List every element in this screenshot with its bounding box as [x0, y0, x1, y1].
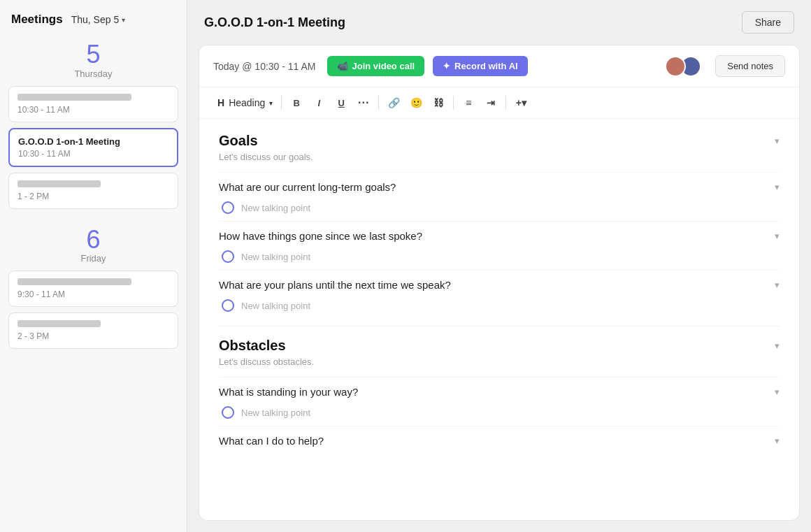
agenda-item-title: What are your plans until the next time …	[219, 279, 451, 291]
document-body: Goals ▾ Let's discuss our goals. What ar…	[199, 119, 799, 520]
main-header: G.O.O.D 1-on-1 Meeting Share	[187, 0, 811, 45]
dropdown-chevron-icon: ▾	[269, 99, 273, 107]
attachment-button[interactable]: ⛓	[428, 93, 449, 113]
align-left-button[interactable]: ≡	[458, 93, 479, 113]
talking-point-circle	[222, 250, 234, 263]
agenda-item[interactable]: What is standing in your way? ▾	[219, 377, 780, 402]
italic-button[interactable]: I	[308, 93, 329, 113]
collapse-icon: ▾	[775, 387, 780, 397]
toolbar-divider	[453, 96, 454, 110]
collapse-icon: ▾	[775, 280, 780, 290]
main-content: G.O.O.D 1-on-1 Meeting Share Today @ 10:…	[187, 0, 811, 532]
toolbar-divider	[378, 96, 379, 110]
collapse-icon: ▾	[775, 182, 780, 192]
section-divider	[219, 326, 780, 326]
share-button[interactable]: Share	[742, 11, 794, 34]
align-right-button[interactable]: ⇥	[480, 93, 501, 113]
meeting-content-panel: Today @ 10:30 - 11 AM 📹 Join video call …	[199, 45, 800, 521]
link-button[interactable]: 🔗	[383, 93, 404, 113]
agenda-item-title: What can I do to help?	[219, 435, 324, 447]
talking-point[interactable]: New talking point	[219, 295, 780, 319]
collapse-icon: ▾	[775, 340, 780, 351]
talking-point-circle	[222, 299, 234, 312]
meeting-time: 10:30 - 11 AM	[18, 149, 168, 159]
toolbar-divider	[505, 96, 506, 110]
thursday-number: 5	[8, 41, 178, 69]
friday-number: 6	[8, 226, 178, 254]
meeting-card-active[interactable]: G.O.O.D 1-on-1 Meeting 10:30 - 11 AM	[8, 128, 178, 167]
agenda-item[interactable]: What are your plans until the next time …	[219, 270, 780, 295]
record-ai-label: Record with AI	[454, 61, 518, 71]
heading-label: Heading	[229, 97, 265, 108]
agenda-item[interactable]: What can I do to help? ▾	[219, 426, 780, 451]
bold-button[interactable]: B	[286, 93, 307, 113]
heading-icon: H	[217, 97, 224, 108]
meeting-card[interactable]: 1 - 2 PM	[8, 173, 178, 209]
sidebar-title: Meetings	[11, 13, 63, 27]
insert-button[interactable]: +▾	[510, 93, 531, 113]
collapse-icon: ▾	[775, 231, 780, 241]
send-notes-button[interactable]: Send notes	[715, 55, 785, 77]
record-ai-button[interactable]: ✦ Record with AI	[433, 56, 528, 76]
talking-point-circle	[222, 201, 234, 214]
date-picker-button[interactable]: Thu, Sep 5 ▾	[71, 14, 126, 25]
video-icon: 📹	[337, 61, 348, 71]
meeting-time: 10:30 - 11 AM	[17, 105, 169, 115]
friday-name: Friday	[8, 253, 178, 264]
obstacles-section-header[interactable]: Obstacles ▾	[219, 338, 780, 354]
participant-avatars	[665, 56, 701, 77]
sparkle-icon: ✦	[443, 61, 450, 71]
heading-selector[interactable]: H Heading ▾	[213, 94, 277, 111]
meeting-time-label: Today @ 10:30 - 11 AM	[213, 61, 316, 72]
talking-point[interactable]: New talking point	[219, 197, 780, 221]
thursday-name: Thursday	[8, 69, 178, 79]
obstacles-subtitle: Let's discuss obstacles.	[219, 357, 780, 367]
collapse-icon: ▾	[775, 136, 780, 146]
talking-point-text: New talking point	[241, 203, 310, 213]
goals-subtitle: Let's discuss our goals.	[219, 152, 780, 162]
collapse-icon: ▾	[775, 436, 780, 446]
meeting-title-placeholder	[17, 180, 101, 187]
sidebar: Meetings Thu, Sep 5 ▾ 5 Thursday 10:30 -…	[0, 0, 187, 532]
agenda-item-title: What is standing in your way?	[219, 386, 358, 398]
talking-point[interactable]: New talking point	[219, 402, 780, 426]
meeting-title-placeholder	[17, 278, 131, 285]
meeting-time: 2 - 3 PM	[17, 331, 169, 341]
more-options-button[interactable]: ···	[353, 93, 374, 113]
meeting-title: G.O.O.D 1-on-1 Meeting	[18, 136, 168, 147]
talking-point-circle	[222, 406, 234, 419]
editor-toolbar: H Heading ▾ B I U ··· 🔗 🙂 ⛓ ≡ ⇥ +▾	[199, 87, 799, 119]
talking-point-text: New talking point	[241, 301, 310, 311]
underline-button[interactable]: U	[331, 93, 352, 113]
goals-title: Goals	[219, 133, 258, 149]
meeting-card[interactable]: 2 - 3 PM	[8, 312, 178, 349]
agenda-item-title: How have things gone since we last spoke…	[219, 230, 422, 242]
talking-point-text: New talking point	[241, 252, 310, 262]
goals-section-header[interactable]: Goals ▾	[219, 133, 780, 149]
chevron-down-icon: ▾	[122, 16, 125, 24]
talking-point[interactable]: New talking point	[219, 246, 780, 270]
meeting-topbar: Today @ 10:30 - 11 AM 📹 Join video call …	[199, 45, 799, 87]
avatar	[665, 56, 686, 77]
meeting-title-placeholder	[17, 94, 131, 101]
obstacles-title: Obstacles	[219, 338, 286, 354]
friday-section: 6 Friday 9:30 - 11 AM 2 - 3 PM	[0, 220, 187, 361]
emoji-button[interactable]: 🙂	[406, 93, 426, 113]
talking-point-text: New talking point	[241, 408, 310, 418]
meeting-time: 1 - 2 PM	[17, 192, 169, 201]
sidebar-header: Meetings Thu, Sep 5 ▾	[0, 0, 187, 35]
thursday-section: 5 Thursday 10:30 - 11 AM G.O.O.D 1-on-1 …	[0, 35, 187, 220]
join-video-button[interactable]: 📹 Join video call	[327, 56, 425, 76]
join-video-label: Join video call	[352, 61, 415, 71]
agenda-item[interactable]: What are our current long-term goals? ▾	[219, 172, 780, 197]
agenda-item-title: What are our current long-term goals?	[219, 181, 396, 193]
meeting-card[interactable]: 9:30 - 11 AM	[8, 271, 178, 307]
agenda-item[interactable]: How have things gone since we last spoke…	[219, 221, 780, 246]
meeting-card[interactable]: 10:30 - 11 AM	[8, 86, 178, 122]
page-title: G.O.O.D 1-on-1 Meeting	[204, 15, 345, 30]
toolbar-divider	[281, 96, 282, 110]
meeting-time: 9:30 - 11 AM	[17, 289, 169, 299]
meeting-title-placeholder	[17, 320, 101, 327]
date-label: Thu, Sep 5	[71, 14, 120, 25]
